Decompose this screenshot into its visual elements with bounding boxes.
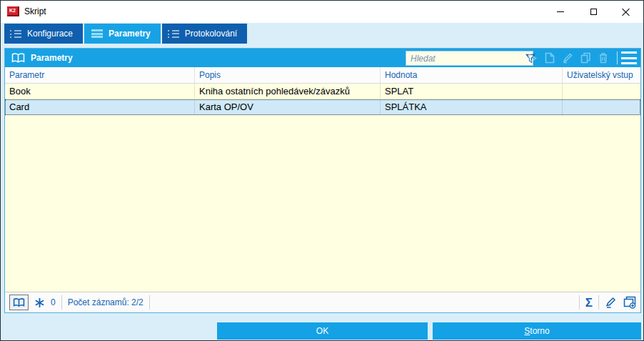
list-icon xyxy=(10,30,21,38)
ok-button[interactable]: OK xyxy=(217,322,428,340)
tab-konfigurace[interactable]: Konfigurace xyxy=(4,24,83,44)
search-box xyxy=(406,51,533,66)
separator xyxy=(579,295,580,310)
add-record-icon[interactable] xyxy=(623,296,636,309)
cell-hodnota[interactable]: SPLÁTKA xyxy=(381,99,563,115)
column-hodnota[interactable]: Hodnota xyxy=(381,67,563,83)
column-popis[interactable]: Popis xyxy=(195,67,381,83)
asterisk-icon xyxy=(34,297,45,308)
tab-label: Protokolování xyxy=(185,29,237,39)
open-book-icon xyxy=(11,53,25,64)
close-button[interactable] xyxy=(610,1,642,22)
book-view-button[interactable] xyxy=(9,295,29,310)
maximize-button[interactable] xyxy=(578,1,610,22)
panel-toolbar xyxy=(527,49,619,67)
book-icon xyxy=(13,298,25,307)
titlebar: K2 Skript xyxy=(1,1,643,23)
cell-parametr[interactable]: Book xyxy=(5,84,195,99)
parametry-panel: Parametry Parametr Popis Hodnota xyxy=(4,48,641,313)
minimize-button[interactable] xyxy=(544,1,576,22)
table-empty-area xyxy=(5,115,640,292)
window-title: Skript xyxy=(24,6,46,16)
maximize-icon xyxy=(590,9,597,15)
close-icon xyxy=(622,8,630,16)
edit-pencil-icon[interactable] xyxy=(605,297,617,309)
asterisk-count: 0 xyxy=(51,297,56,307)
menu-hamburger-icon[interactable] xyxy=(621,51,637,64)
ok-button-label: OK xyxy=(316,326,328,336)
tab-label: Konfigurace xyxy=(27,29,73,39)
cell-popis[interactable]: Karta OP/OV xyxy=(195,99,381,115)
tab-bar: Konfigurace Parametry Protokolování xyxy=(4,24,247,44)
separator xyxy=(61,295,62,310)
table-row[interactable]: Book Kniha ostatních pohledávek/závazků … xyxy=(5,84,640,99)
run-icon[interactable] xyxy=(527,53,538,64)
cell-vstup[interactable] xyxy=(563,84,640,99)
record-count-label: Počet záznamů: 2/2 xyxy=(68,297,144,307)
cell-vstup[interactable] xyxy=(563,99,640,115)
delete-trash-icon[interactable] xyxy=(598,52,608,64)
skript-dialog: K2 Skript Konfigurace Parametry Protokol… xyxy=(0,0,644,341)
storno-button[interactable]: Storno xyxy=(433,322,641,340)
tab-label: Parametry xyxy=(109,29,151,39)
separator xyxy=(598,295,599,310)
panel-title: Parametry xyxy=(31,53,73,63)
list-icon xyxy=(90,29,103,38)
search-input[interactable] xyxy=(406,51,525,65)
separator xyxy=(149,295,150,310)
cell-popis[interactable]: Kniha ostatních pohledávek/závazků xyxy=(195,84,381,99)
table-column-header: Parametr Popis Hodnota Uživatelský vstup xyxy=(5,67,640,84)
cell-parametr[interactable]: Card xyxy=(5,99,195,115)
k2-app-icon: K2 xyxy=(7,6,19,16)
toolbar-separator xyxy=(617,51,618,64)
edit-pencil-icon[interactable] xyxy=(562,52,573,64)
status-bar: 0 Počet záznamů: 2/2 Σ xyxy=(5,292,640,312)
list-icon xyxy=(168,30,179,38)
tab-parametry[interactable]: Parametry xyxy=(84,24,161,44)
panel-header: Parametry xyxy=(5,49,640,67)
sum-sigma-icon[interactable]: Σ xyxy=(585,297,593,309)
minimize-icon xyxy=(557,11,564,12)
copy-icon[interactable] xyxy=(580,52,591,64)
new-document-icon[interactable] xyxy=(545,52,555,64)
table-row-selected[interactable]: Card Karta OP/OV SPLÁTKA xyxy=(5,99,640,115)
column-parametr[interactable]: Parametr xyxy=(5,67,195,83)
status-right-tools: Σ xyxy=(579,295,636,310)
cell-hodnota[interactable]: SPLAT xyxy=(381,84,563,99)
column-uzivatelsky-vstup[interactable]: Uživatelský vstup xyxy=(563,67,640,83)
tab-protokolovani[interactable]: Protokolování xyxy=(162,24,247,44)
storno-button-label: Storno xyxy=(524,326,549,336)
